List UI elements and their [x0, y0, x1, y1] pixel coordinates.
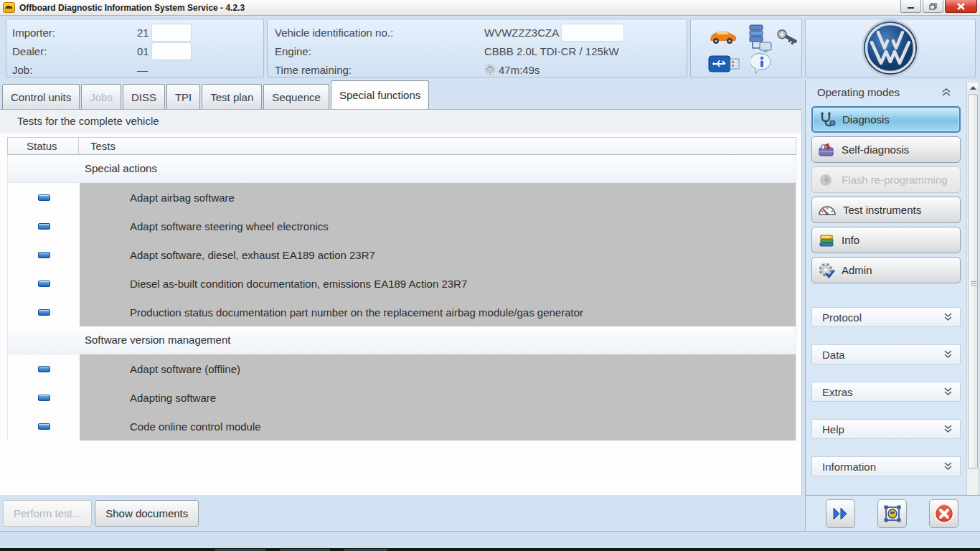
restore-button[interactable] [923, 0, 943, 13]
chevron-down-icon [943, 387, 953, 396]
mode-info[interactable]: Info [811, 227, 961, 253]
importer-label: Importer: [12, 27, 137, 39]
sidebar-scrollbar[interactable] [966, 82, 979, 517]
test-status-icon [38, 252, 50, 258]
test-row[interactable]: Adapt software, diesel, exhaust EA189 ac… [8, 240, 796, 269]
engine-label: Engine: [275, 45, 484, 57]
test-status-icon [38, 423, 50, 430]
test-row[interactable]: Adapting software [8, 383, 796, 412]
frame-target-button[interactable] [877, 499, 907, 528]
action-button-bar: Perform test... Show documents [0, 495, 802, 531]
window-title: Offboard Diagnostic Information System S… [19, 3, 245, 13]
tab-sequence[interactable]: Sequence [263, 84, 329, 109]
test-row[interactable]: Diesel as-built condition documentation,… [8, 269, 796, 298]
perform-test-button[interactable]: Perform test... [3, 500, 92, 527]
mode-admin[interactable]: Admin [811, 257, 961, 283]
tests-table: Status Tests Special actions Adapt airba… [7, 137, 796, 441]
vin-value: WVWZZZ3CZA [484, 27, 559, 39]
chevron-down-icon [943, 313, 953, 321]
tab-jobs[interactable]: Jobs [81, 84, 121, 109]
test-row[interactable]: Adapt airbag software [8, 183, 796, 212]
session-info-panel: Importer:21 Dealer:01 Job:— [6, 19, 264, 77]
special-functions-panel: Tests for the complete vehicle Status Te… [0, 109, 802, 495]
vehicle-info-panel: Vehicle identification no.:WVWZZZ3CZA En… [267, 19, 687, 77]
scrollbar-thumb[interactable] [968, 94, 978, 468]
chevron-down-icon [943, 462, 953, 471]
section-extras[interactable]: Extras [811, 382, 961, 402]
test-status-icon [38, 281, 50, 287]
group-row-special-actions[interactable]: Special actions [8, 155, 796, 183]
chevron-down-icon [943, 425, 953, 433]
tests-caption: Tests for the complete vehicle [0, 110, 801, 133]
time-remaining-value: 47m:49s [499, 64, 540, 76]
test-status-icon [38, 223, 50, 230]
tab-diss[interactable]: DISS [123, 84, 165, 109]
column-header-tests: Tests [79, 138, 796, 154]
network-icon [743, 24, 774, 54]
dealer-value: 01 [137, 45, 149, 57]
job-value: — [137, 64, 148, 76]
scrollbar-grip [971, 281, 976, 287]
test-status-icon [38, 395, 50, 401]
test-row[interactable]: Production status documentation part num… [8, 298, 796, 326]
gauge-icon [818, 202, 837, 218]
group-row-software-version-management[interactable]: Software version management [8, 326, 796, 354]
importer-redaction [152, 24, 191, 41]
tab-control-units[interactable]: Control units [2, 84, 80, 109]
sidebar: Operating modes Diagnosis Self-diagnosis [805, 80, 980, 495]
sidebar-footer [805, 495, 980, 531]
section-data[interactable]: Data [811, 344, 961, 364]
fast-forward-icon [831, 507, 850, 521]
title-bar: Offboard Diagnostic Information System S… [0, 0, 980, 16]
bottom-frame [0, 531, 980, 548]
minimize-button[interactable] [900, 0, 921, 13]
chevron-down-icon [943, 350, 953, 359]
mode-self-diagnosis[interactable]: Self-diagnosis [811, 136, 961, 163]
test-row[interactable]: Code online control module [8, 412, 796, 441]
close-red-icon [934, 504, 954, 524]
tests-table-header: Status Tests [7, 137, 796, 155]
vin-redaction [562, 24, 623, 41]
stethoscope-icon [819, 111, 836, 128]
job-label: Job: [12, 64, 137, 76]
tab-special-functions[interactable]: Special functions [331, 80, 429, 109]
close-button[interactable] [945, 0, 977, 13]
app-icon [3, 2, 15, 13]
test-row[interactable]: Adapt software (offline) [8, 354, 796, 383]
dealer-label: Dealer: [12, 45, 137, 57]
mode-diagnosis[interactable]: Diagnosis [811, 106, 961, 133]
main-tab-bar: Control units Jobs DISS TPI Test plan Se… [0, 80, 802, 109]
show-documents-button[interactable]: Show documents [95, 500, 199, 527]
toolbox-icon [818, 141, 835, 159]
section-help[interactable]: Help [811, 419, 961, 439]
tab-tpi[interactable]: TPI [166, 84, 200, 109]
connection-status-panel [690, 19, 802, 77]
collapse-section-icon[interactable] [941, 88, 951, 96]
gear-icon [818, 262, 835, 279]
flash-icon [818, 171, 835, 189]
test-status-icon [38, 194, 50, 201]
info-icon[interactable] [751, 52, 773, 75]
exit-button[interactable] [929, 499, 958, 528]
test-row[interactable]: Adapt software steering wheel electronic… [8, 212, 796, 240]
section-information[interactable]: Information [811, 456, 961, 476]
tab-test-plan[interactable]: Test plan [202, 84, 262, 109]
frame-target-icon [883, 504, 902, 523]
car-icon [708, 27, 738, 47]
engine-value: CBBB 2.0L TDI-CR / 125kW [484, 45, 619, 57]
brand-panel [805, 19, 976, 77]
test-status-icon [38, 366, 50, 372]
section-protocol[interactable]: Protocol [811, 307, 961, 327]
dealer-redaction [152, 43, 191, 60]
column-header-status: Status [8, 138, 79, 154]
mode-flash-re-programming[interactable]: Flash re-programming [811, 166, 961, 193]
scroll-up-icon[interactable] [967, 83, 979, 93]
fast-forward-button[interactable] [826, 499, 855, 528]
mode-test-instruments[interactable]: Test instruments [811, 197, 961, 223]
books-icon [818, 232, 835, 249]
importer-value: 21 [137, 27, 149, 39]
vw-small-icon [484, 64, 496, 75]
odis-window: Offboard Diagnostic Information System S… [0, 0, 980, 551]
vw-logo [861, 19, 920, 77]
usb-icon [708, 54, 741, 74]
